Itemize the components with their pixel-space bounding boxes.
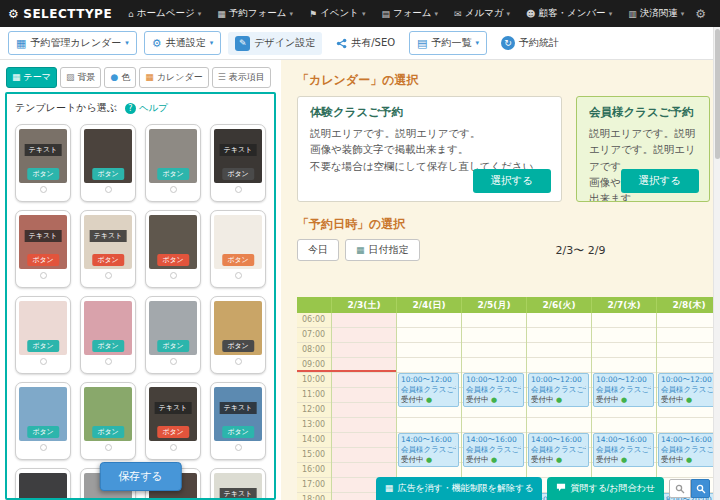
calendar-event[interactable]: 10:00〜12:00会員様クラスご予約受付中 ● (398, 373, 459, 407)
remove-ads-button[interactable]: ▦ 広告を消す・機能制限を解除する (376, 477, 543, 500)
template-thumbnail[interactable]: ボタン (145, 296, 201, 374)
day-header: 2/8(木) (656, 297, 713, 313)
remove-ads-label: 広告を消す・機能制限を解除する (397, 482, 533, 495)
thumbnail-screen: ボタン (84, 387, 132, 441)
toolbar-reservation-stats[interactable]: ↻予約統計 (494, 32, 566, 54)
sidebar-tab-theme[interactable]: ▦テーマ (6, 67, 57, 88)
home-button-icon (105, 444, 112, 451)
event-status: 受付中 ● (661, 395, 713, 405)
today-button[interactable]: 今日 (297, 239, 339, 261)
select-plan-button[interactable]: 選択する (621, 169, 700, 193)
sidebar-tab-label: 表示項目 (229, 71, 265, 84)
template-thumbnail[interactable]: ボタン (210, 210, 266, 288)
page-scrollbar[interactable] (713, 27, 720, 500)
text-badge-label: テキスト (220, 488, 257, 498)
search-button[interactable] (691, 479, 710, 498)
calendar-event[interactable]: 14:00〜16:00会員様クラスご予約受付中 ● (528, 433, 589, 467)
nav-item-homepage[interactable]: ⌂ホームページ▾ (120, 0, 209, 27)
day-column[interactable]: 10:00〜12:00会員様クラスご予約受付中 ●14:00〜16:00会員様ク… (396, 313, 461, 500)
toolbar-reservation-calendar[interactable]: ▦予約管理カレンダー▾ (8, 31, 137, 55)
sidebar-tab-calendar[interactable]: ▦カレンダー (139, 67, 208, 88)
nav-item-event[interactable]: ⚑イベント▾ (301, 0, 373, 27)
template-thumbnail[interactable]: ボタン (15, 468, 71, 498)
toolbar-design-settings[interactable]: ✎デザイン設定 (228, 32, 322, 55)
calendar-event[interactable]: 10:00〜12:00会員様クラスご予約受付中 ● (593, 373, 654, 407)
nav-item-payment[interactable]: ▥決済関連▾ (620, 0, 692, 27)
calendar-event[interactable]: 10:00〜12:00会員様クラスご予約受付中 ● (528, 373, 589, 407)
toolbar-common-settings[interactable]: ⚙共通設定▾ (144, 31, 221, 55)
toolbar-item-label: 予約管理カレンダー (30, 36, 121, 50)
sidebar-tab-display-items[interactable]: ☰表示項目 (212, 67, 271, 88)
day-column[interactable]: 10:00〜12:00会員様クラスご予約受付中 ●14:00〜16:00会員様ク… (656, 313, 713, 500)
content-area: ▦テーマ▨背景●色▦カレンダー☰表示項目 テンプレートから選ぶ ? ヘルプ テキ… (0, 60, 720, 500)
day-column[interactable] (331, 313, 396, 500)
calendar-event[interactable]: 14:00〜16:00会員様クラスご予約受付中 ● (658, 433, 713, 467)
brand-logo[interactable]: ⚙ SELECTTYPE (8, 7, 112, 21)
contact-button[interactable]: 質問する/お問合わせ (547, 477, 664, 500)
home-button-icon (235, 444, 242, 451)
plan-title: 体験クラスご予約 (310, 105, 549, 120)
nav-item-mail-magazine[interactable]: ✉メルマガ▾ (446, 0, 518, 27)
template-thumbnail[interactable]: ボタン (145, 124, 201, 202)
template-thumbnail[interactable]: テキストボタン (15, 210, 71, 288)
toolbar-share-seo[interactable]: 共有/SEO (329, 32, 402, 54)
button-badge-label: ボタン (222, 426, 254, 438)
event-icon: ⚑ (309, 9, 317, 19)
select-plan-button[interactable]: 選択する (473, 169, 552, 193)
template-thumbnail[interactable]: テキストボタン (210, 382, 266, 460)
settings-gear-icon[interactable]: ⚙ (695, 7, 712, 21)
template-thumbnail[interactable]: ボタン (15, 382, 71, 460)
template-thumbnail[interactable]: ボタン (145, 210, 201, 288)
chevron-down-icon: ▾ (362, 10, 366, 18)
day-column[interactable]: 10:00〜12:00会員様クラスご予約受付中 ●14:00〜16:00会員様ク… (526, 313, 591, 500)
template-thumbnail[interactable]: テキストボタン (80, 210, 136, 288)
calendar-event[interactable]: 10:00〜12:00会員様クラスご予約受付中 ● (463, 373, 524, 407)
template-thumbnail[interactable]: テキストボタン (15, 124, 71, 202)
toolbar-item-label: 共有/SEO (351, 36, 395, 50)
calendar-event[interactable]: 14:00〜16:00会員様クラスご予約受付中 ● (398, 433, 459, 467)
event-title: 会員様クラスご予約 (661, 445, 713, 455)
day-column[interactable]: 10:00〜12:00会員様クラスご予約受付中 ●14:00〜16:00会員様ク… (591, 313, 656, 500)
status-dot-icon: ● (426, 456, 432, 464)
date-picker-button[interactable]: ▦ 日付指定 (345, 239, 420, 261)
calendar-event[interactable]: 14:00〜16:00会員様クラスご予約受付中 ● (593, 433, 654, 467)
event-status: 受付中 ● (466, 395, 521, 405)
button-badge-label: ボタン (222, 168, 254, 180)
template-thumbnail[interactable]: テキストボタン (210, 124, 266, 202)
time-label: 14:00 (297, 433, 331, 448)
selecttype-logo-icon: ⚙ (8, 7, 19, 21)
calendar-event[interactable]: 10:00〜12:00会員様クラスご予約受付中 ● (658, 373, 713, 407)
template-thumbnail[interactable]: ボタン (80, 382, 136, 460)
template-thumbnail[interactable]: テキストボタン (145, 382, 201, 460)
home-button-icon (105, 186, 112, 193)
template-panel-header: テンプレートから選ぶ ? ヘルプ (7, 94, 274, 118)
thumbnail-screen: ボタン (214, 301, 262, 355)
event-status: 受付中 ● (401, 455, 456, 465)
time-label: 06:00 (297, 313, 331, 328)
template-thumbnail[interactable]: ボタン (80, 124, 136, 202)
calendar-event[interactable]: 14:00〜16:00会員様クラスご予約受付中 ● (463, 433, 524, 467)
search-input[interactable] (669, 479, 691, 498)
event-title: 会員様クラスご予約 (401, 445, 456, 455)
date-controls: 今日 ▦ 日付指定 2/3〜 2/9 (297, 239, 720, 261)
template-thumbnail[interactable]: ボタン (80, 296, 136, 374)
calendar-corner-cell (297, 297, 331, 313)
template-thumbnail[interactable]: ボタン (210, 296, 266, 374)
toolbar-reservation-list[interactable]: ▤予約一覧▾ (409, 31, 487, 55)
sidebar-tab-background[interactable]: ▨背景 (60, 67, 102, 88)
day-column[interactable]: 10:00〜12:00会員様クラスご予約受付中 ●14:00〜16:00会員様ク… (461, 313, 526, 500)
footer-overlay: ▦ 広告を消す・機能制限を解除する 質問する/お問合わせ (376, 477, 710, 500)
home-button-icon (40, 186, 47, 193)
template-thumbnail[interactable]: テキストボタン (210, 468, 266, 498)
save-button[interactable]: 保存する (99, 462, 182, 491)
reservation-calendar-icon: ▦ (16, 38, 26, 49)
button-badge-label: ボタン (27, 426, 59, 438)
nav-item-reservation-form[interactable]: ▦予約フォーム▾ (209, 0, 301, 27)
nav-item-form[interactable]: ▤フォーム▾ (373, 0, 446, 27)
help-link[interactable]: ? ヘルプ (125, 102, 168, 115)
thumbnail-screen: ボタン (19, 473, 67, 498)
nav-item-customers-members[interactable]: ☻顧客・メンバー▾ (518, 0, 620, 27)
template-thumbnail[interactable]: ボタン (15, 296, 71, 374)
sidebar-tab-color[interactable]: ●色 (104, 67, 136, 88)
scrollbar-thumb[interactable] (715, 29, 720, 159)
